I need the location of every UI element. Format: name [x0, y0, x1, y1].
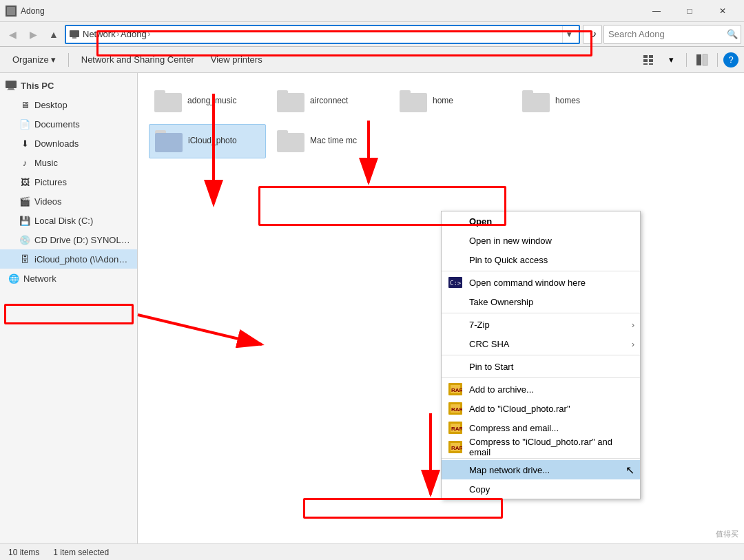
- address-path: Network › Adong ›: [83, 29, 562, 39]
- svg-rect-1: [70, 30, 79, 37]
- sidebar-videos-label: Videos: [34, 196, 62, 207]
- address-box[interactable]: Network › Adong › ▾: [65, 25, 580, 44]
- folder-mac-time-mc[interactable]: Mac time mc: [271, 124, 389, 158]
- ctx-add-icloud-rar[interactable]: RAR Add to "iCloud_photo.rar": [442, 399, 640, 418]
- this-pc-icon: [6, 80, 17, 91]
- ctx-sep-5: [442, 458, 640, 459]
- svg-rect-0: [7, 7, 15, 15]
- ctx-open-new-window[interactable]: Open in new window: [442, 231, 640, 250]
- toolbar: Organize ▾ Network and Sharing Center Vi…: [0, 47, 744, 73]
- ctx-open[interactable]: Open: [442, 211, 640, 231]
- ctx-crc-sha[interactable]: CRC SHA ›: [442, 334, 640, 353]
- computer-icon: [69, 29, 80, 40]
- folder-label-adong-music: adong_music: [187, 96, 236, 107]
- folder-icon-mac-time-mc: [277, 130, 304, 152]
- network-sharing-button[interactable]: Network and Sharing Center: [74, 50, 201, 70]
- view-dropdown-btn[interactable]: ▾: [661, 50, 681, 70]
- svg-rect-6: [649, 59, 653, 62]
- back-button[interactable]: ◀: [3, 25, 22, 44]
- folder-icloud-photo[interactable]: iCloud_photo: [149, 124, 266, 158]
- maximize-button[interactable]: □: [674, 0, 705, 22]
- sidebar-item-documents[interactable]: Documents: [0, 114, 137, 134]
- ctx-add-archive-label: Add to archive...: [469, 384, 634, 395]
- path-sep-2: ›: [148, 30, 150, 38]
- network-icon: [8, 273, 19, 284]
- sidebar-item-cd-drive[interactable]: CD Drive (D:) SYNOLOGY_VMMTOC: [0, 230, 137, 249]
- sidebar-this-pc[interactable]: This PC: [0, 76, 137, 95]
- ctx-add-archive[interactable]: RAR Add to archive...: [442, 380, 640, 399]
- music-icon: [19, 157, 30, 168]
- ctx-compress-to-rar-email-label: Compress to "iCloud_photo.rar" and email: [469, 437, 634, 457]
- ctx-open-cmd[interactable]: C:> Open command window here: [442, 273, 640, 292]
- view-options-button[interactable]: [639, 50, 659, 70]
- ctx-compress-email-icon: RAR: [447, 419, 464, 436]
- ctx-pin-start-icon: [447, 358, 464, 375]
- svg-text:RAR: RAR: [451, 445, 462, 451]
- selected-count: 1 item selected: [53, 548, 109, 557]
- documents-icon: [19, 118, 30, 129]
- path-part-adong: Adong: [121, 29, 147, 39]
- ctx-pin-start[interactable]: Pin to Start: [442, 357, 640, 376]
- ctx-copy[interactable]: Copy: [442, 479, 640, 499]
- ctx-open-icon: [447, 213, 464, 229]
- help-button[interactable]: ?: [723, 52, 738, 68]
- ctx-map-network-drive[interactable]: Map network drive... ↖: [442, 460, 640, 479]
- view-options-icon: [642, 53, 656, 67]
- sidebar-item-music[interactable]: Music: [0, 153, 137, 172]
- downloads-icon: [19, 138, 30, 149]
- svg-rect-3: [643, 55, 648, 58]
- sidebar-desktop-label: Desktop: [34, 100, 68, 110]
- ctx-compress-to-rar-email[interactable]: RAR Compress to "iCloud_photo.rar" and e…: [442, 437, 640, 457]
- sidebar-item-icloud-mapped[interactable]: iCloud_photo (\\Adong) (Z:): [0, 249, 137, 269]
- ctx-7zip[interactable]: 7-Zip ›: [442, 315, 640, 334]
- ctx-map-network-drive-label: Map network drive...: [469, 465, 617, 475]
- toolbar-sep-2: [686, 53, 687, 67]
- details-pane-button[interactable]: [692, 50, 712, 70]
- organize-button[interactable]: Organize ▾: [6, 50, 63, 70]
- ctx-pin-quick[interactable]: Pin to Quick access: [442, 250, 640, 269]
- sidebar-item-desktop[interactable]: Desktop: [0, 95, 137, 114]
- search-box[interactable]: 🔍: [603, 25, 741, 44]
- ctx-open-new-window-icon: [447, 232, 464, 249]
- ctx-sep-2: [442, 313, 640, 313]
- sidebar-local-disk-label: Local Disk (C:): [34, 216, 93, 226]
- sidebar-item-downloads[interactable]: Downloads: [0, 134, 137, 153]
- close-button[interactable]: ✕: [707, 0, 738, 22]
- folder-homes[interactable]: homes: [517, 84, 634, 118]
- sidebar-icloud-mapped-label: iCloud_photo (\\Adong) (Z:): [34, 254, 131, 265]
- ctx-map-network-drive-icon: [447, 462, 464, 478]
- sidebar-item-local-disk[interactable]: Local Disk (C:): [0, 211, 137, 230]
- sidebar-item-videos[interactable]: Videos: [0, 191, 137, 211]
- ctx-take-ownership[interactable]: Take Ownership: [442, 292, 640, 311]
- ctx-open-cmd-label: Open command window here: [469, 278, 634, 288]
- search-input[interactable]: [608, 29, 724, 39]
- address-dropdown-btn[interactable]: ▾: [562, 26, 576, 43]
- folder-icon-adong-music: [154, 90, 182, 112]
- ctx-compress-email[interactable]: RAR Compress and email...: [442, 418, 640, 437]
- network-sharing-label: Network and Sharing Center: [81, 54, 194, 65]
- ctx-crc-sha-arrow: ›: [632, 339, 634, 349]
- refresh-button[interactable]: ↻: [583, 25, 602, 44]
- folder-home[interactable]: home: [394, 84, 511, 118]
- svg-rect-11: [6, 81, 17, 88]
- organize-label: Organize: [12, 54, 49, 65]
- sidebar-item-pictures[interactable]: Pictures: [0, 172, 137, 191]
- view-printers-button[interactable]: View printers: [204, 50, 269, 70]
- sidebar-music-label: Music: [34, 158, 58, 168]
- svg-text:RAR: RAR: [451, 387, 462, 393]
- status-bar: 10 items 1 item selected: [0, 543, 744, 560]
- ctx-7zip-icon: [447, 316, 464, 333]
- folder-adong-music[interactable]: adong_music: [149, 84, 266, 118]
- up-button[interactable]: ▲: [44, 25, 63, 44]
- ctx-add-archive-icon: RAR: [447, 381, 464, 397]
- minimize-button[interactable]: —: [641, 0, 672, 22]
- toolbar-right: ▾ ?: [639, 50, 738, 70]
- sidebar-item-network[interactable]: Network: [0, 269, 137, 288]
- content-area[interactable]: adong_music airconnect home homes: [138, 73, 744, 560]
- folder-airconnect[interactable]: airconnect: [271, 84, 389, 118]
- ctx-take-ownership-label: Take Ownership: [469, 297, 634, 307]
- local-disk-icon: [19, 215, 30, 226]
- ctx-pin-start-label: Pin to Start: [469, 362, 634, 372]
- svg-rect-13: [7, 90, 15, 90]
- forward-button[interactable]: ▶: [23, 25, 43, 44]
